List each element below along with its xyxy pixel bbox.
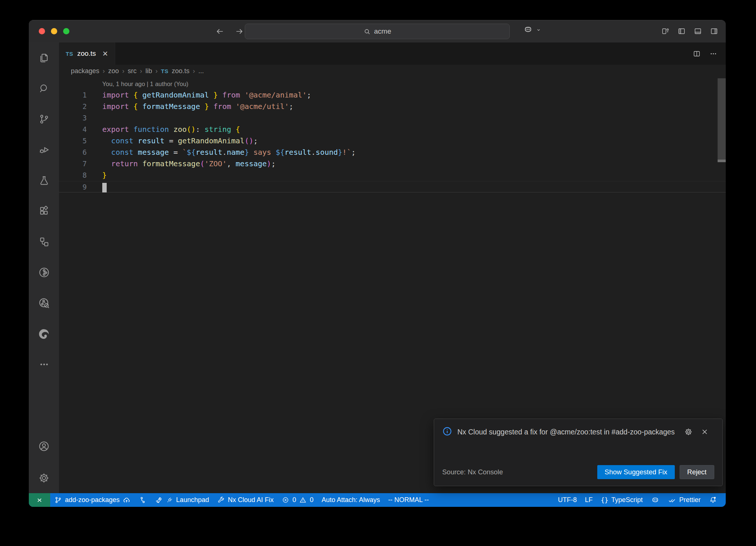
forward-arrow-icon[interactable]	[234, 27, 244, 36]
traffic-lights	[39, 28, 69, 34]
code-line[interactable]: 8}	[59, 170, 726, 181]
tab-zoo-ts[interactable]: TS zoo.ts ✕	[59, 42, 115, 65]
code-text	[87, 181, 107, 192]
line-number[interactable]: 5	[59, 135, 87, 147]
notification-close-icon[interactable]	[700, 427, 709, 436]
formatter-label: Prettier	[679, 496, 701, 504]
code-line[interactable]: 7 return formatMessage('ZOO', message);	[59, 158, 726, 170]
wrench-icon	[217, 496, 225, 504]
line-number[interactable]: 3	[59, 112, 87, 124]
toggle-primary-sidebar-icon[interactable]	[677, 27, 686, 35]
eol-item[interactable]: LF	[581, 493, 597, 507]
run-and-debug-icon[interactable]	[29, 134, 59, 165]
settings-gear-icon[interactable]	[29, 463, 59, 493]
notification-source: Source: Nx Console	[442, 468, 503, 476]
breadcrumb-lib[interactable]: lib	[145, 67, 152, 75]
auto-attach-item[interactable]: Auto Attach: Always	[317, 493, 384, 507]
nx-console-icon[interactable]	[29, 257, 59, 288]
code-text: return formatMessage('ZOO', message);	[87, 158, 276, 170]
plug-icon	[166, 496, 173, 504]
zoom-window-button[interactable]	[63, 28, 69, 34]
eol-label: LF	[585, 496, 592, 504]
copilot-icon	[651, 496, 660, 505]
copilot-menu-button[interactable]	[523, 25, 542, 35]
vim-mode-item[interactable]: -- NORMAL --	[384, 493, 433, 507]
nx-cloud-fix-item[interactable]: Nx Cloud AI Fix	[213, 493, 278, 507]
tab-close-icon[interactable]: ✕	[102, 50, 108, 57]
breadcrumb-src[interactable]: src	[128, 67, 137, 75]
notification-settings-gear-icon[interactable]	[684, 427, 693, 436]
notifications-bell[interactable]	[705, 493, 721, 507]
toggle-panel-icon[interactable]	[694, 27, 702, 35]
error-count: 0	[292, 496, 296, 504]
customize-layout-icon[interactable]	[661, 27, 670, 35]
minimize-window-button[interactable]	[51, 28, 57, 34]
line-number[interactable]: 9	[59, 181, 87, 192]
more-views-icon[interactable]	[29, 349, 59, 380]
extensions-icon[interactable]	[29, 196, 59, 226]
copilot-status-item[interactable]	[647, 493, 664, 507]
breadcrumb-symbol[interactable]: ...	[198, 67, 204, 75]
source-control-icon[interactable]	[29, 104, 59, 134]
code-line[interactable]: 4export function zoo(): string {	[59, 124, 726, 135]
status-bar: add-zoo-packages Launchpad Nx Cloud AI F…	[29, 493, 726, 507]
code-line[interactable]: 5 const result = getRandomAnimal();	[59, 135, 726, 147]
chevron-down-icon	[535, 27, 542, 33]
notification-message: Nx Cloud suggested a fix for @acme/zoo:t…	[457, 426, 679, 437]
code-lines: 1import { getRandomAnimal } from '@acme/…	[59, 89, 726, 192]
show-suggested-fix-button[interactable]: Show Suggested Fix	[597, 465, 675, 479]
testing-icon[interactable]	[29, 165, 59, 196]
search-box[interactable]: acme	[245, 24, 510, 39]
copilot-icon	[523, 25, 533, 35]
line-number[interactable]: 1	[59, 89, 87, 101]
code-line[interactable]: 6 const message = `${result.name} says $…	[59, 147, 726, 158]
typescript-file-icon: TS	[66, 51, 73, 57]
line-number[interactable]: 7	[59, 158, 87, 170]
edge-browser-icon[interactable]	[29, 318, 59, 349]
editor-more-actions-icon[interactable]	[709, 50, 718, 58]
explorer-icon[interactable]	[29, 42, 59, 73]
close-window-button[interactable]	[39, 28, 45, 34]
split-editor-icon[interactable]	[693, 50, 701, 58]
language-mode-item[interactable]: {} TypeScript	[597, 493, 647, 507]
branch-name: add-zoo-packages	[65, 496, 120, 504]
formatter-item[interactable]: Prettier	[664, 493, 705, 507]
nx-cloud-icon[interactable]	[29, 288, 59, 318]
code-line[interactable]: 1import { getRandomAnimal } from '@acme/…	[59, 89, 726, 101]
line-number[interactable]: 8	[59, 170, 87, 181]
line-number[interactable]: 6	[59, 147, 87, 158]
editor-scrollbar[interactable]	[718, 78, 726, 160]
reject-button[interactable]: Reject	[680, 465, 714, 479]
accounts-icon[interactable]	[29, 432, 59, 463]
git-branch-item[interactable]: add-zoo-packages	[50, 493, 135, 507]
line-number[interactable]: 2	[59, 101, 87, 112]
notification-dot	[714, 497, 716, 499]
code-text: const message = `${result.name} says ${r…	[87, 147, 356, 158]
titlebar: acme	[29, 20, 726, 42]
remote-icon	[35, 496, 44, 504]
nx-graph-item[interactable]	[135, 493, 151, 507]
search-view-icon[interactable]	[29, 73, 59, 104]
type-hierarchy-icon[interactable]	[29, 226, 59, 257]
info-icon	[442, 426, 452, 436]
code-text: const result = getRandomAnimal();	[87, 135, 258, 147]
toggle-secondary-sidebar-icon[interactable]	[710, 27, 718, 35]
code-line[interactable]: 3	[59, 112, 726, 124]
editor-cursor	[102, 183, 107, 192]
double-check-icon	[668, 496, 676, 504]
braces-icon: {}	[601, 496, 608, 504]
remote-indicator[interactable]	[29, 493, 50, 507]
breadcrumb-zoo[interactable]: zoo	[108, 67, 119, 75]
code-line[interactable]: 9	[59, 181, 726, 192]
line-number[interactable]: 4	[59, 124, 87, 135]
code-line[interactable]: 2import { formatMessage } from '@acme/ut…	[59, 101, 726, 112]
launchpad-item[interactable]: Launchpad	[151, 493, 213, 507]
back-arrow-icon[interactable]	[215, 27, 225, 36]
problems-item[interactable]: 0 0	[278, 493, 317, 507]
encoding-item[interactable]: UTF-8	[554, 493, 581, 507]
git-blame-codelens[interactable]: You, 1 hour ago | 1 author (You)	[59, 78, 726, 89]
typescript-file-icon: TS	[161, 68, 168, 74]
breadcrumb-packages[interactable]: packages	[71, 67, 99, 75]
breadcrumb-file[interactable]: zoo.ts	[172, 67, 189, 75]
code-text: export function zoo(): string {	[87, 124, 240, 135]
